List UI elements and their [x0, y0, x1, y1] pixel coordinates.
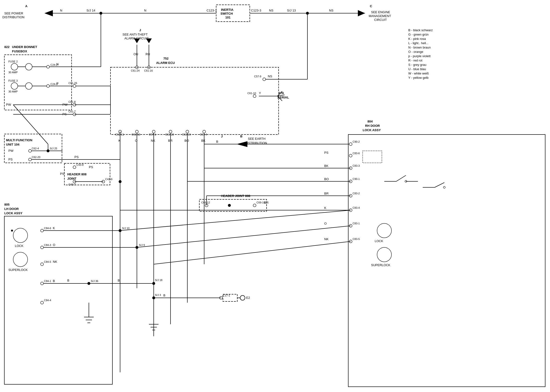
multifunction-text1: MULTI FUNCTION: [6, 138, 32, 142]
connector-c90-2: [349, 143, 352, 146]
node-c-label: C: [370, 4, 372, 8]
connector-c61-10: [253, 95, 256, 98]
node-b-text1: SEE EARTH: [248, 137, 265, 140]
c84-6-label: C84-6: [44, 227, 51, 230]
fuse3-amp: 30 AMP: [8, 90, 18, 93]
connector-c61-26-left: [73, 84, 76, 87]
node-a-text2: DISTRIBUTION: [2, 15, 25, 19]
wire-b-label3: B: [163, 294, 166, 297]
node-a-text1: SEE POWER: [4, 12, 23, 15]
legend-b: B - black schwarz: [408, 28, 433, 32]
rh-superlock-text: SUPERLOCK: [371, 263, 390, 267]
connector-c61-4: [203, 130, 206, 133]
rh-lock-symbol: [377, 223, 391, 238]
c84-1-label: C84-1: [44, 280, 51, 282]
alarm-ecu-number: 752: [163, 57, 169, 60]
c84-4-label: C84-4: [44, 299, 51, 302]
connector-c123-3: C123-3: [251, 9, 261, 12]
fusebox-text2: FUSEBOX: [12, 49, 27, 53]
wire-o-rh: O: [324, 222, 327, 225]
c83-3-label: C83-3: [353, 164, 360, 167]
wire-bk-label: BK: [201, 139, 206, 142]
connector-c123-1: C123-1: [207, 9, 217, 12]
wire-b-label2: B: [118, 279, 120, 282]
c61-16-label: C61-16: [144, 69, 153, 72]
switch-bo7: [443, 186, 445, 188]
aerial-text: AERIAL: [277, 96, 289, 99]
lh-superlock-symbol: [13, 252, 28, 267]
legend-n: N - brown braun: [408, 46, 431, 49]
wire-n-fuse2: N: [56, 63, 59, 66]
fuse3-left: [11, 83, 18, 89]
c69-12-label: C69-12: [201, 201, 210, 204]
connector-c84-3: [41, 246, 43, 249]
sj10-label: S/J 10: [122, 227, 129, 230]
rh-door-text1: RH DOOR: [365, 124, 380, 127]
c57-9-label: C57-9: [254, 75, 261, 78]
lh-door-text2: LOCK ASSY: [4, 211, 23, 215]
wire-label-ns2: NS: [329, 9, 333, 12]
wire-p-fuse3: P: [56, 82, 59, 85]
node-a-label: A: [25, 4, 28, 8]
connector-c69-10: [253, 204, 256, 207]
wire-nk-label: NK: [151, 139, 155, 142]
c62-20-label: C62-20: [32, 156, 40, 159]
node-c-text1: SEE ENGINE: [371, 10, 390, 14]
fusebox-number: 822: [4, 45, 10, 49]
connector-c62-20: [28, 158, 31, 161]
legend-k: K - pink rosa: [408, 37, 426, 41]
fuse3-right: [25, 83, 32, 89]
rh-lock-text: LOCK: [375, 239, 383, 243]
c57-1-label: C57-1: [149, 133, 156, 136]
connector-c84-6: [41, 229, 43, 232]
wire-b-label1: B: [67, 279, 70, 282]
inertia-text3: 101: [225, 16, 230, 19]
wire-br-rh: BR: [324, 192, 328, 195]
c90-2-label: C90-2: [353, 140, 360, 143]
c84-5-label: C84-5: [44, 260, 51, 263]
lh-lock-dot: [11, 230, 13, 231]
connector-c62-4: [28, 149, 31, 152]
node-c-text2: MANAGEMENT: [369, 14, 391, 18]
fuse2-label: FUSE 2: [8, 60, 18, 63]
c83-4-label: C83-4: [353, 206, 360, 209]
lh-lock-text: LOCK: [15, 244, 24, 248]
legend-u: U - blue blau: [408, 67, 426, 71]
connector-c43-8: [73, 166, 76, 169]
wire-pw-mfu: PW: [8, 149, 14, 153]
lh-lock-symbol: [13, 228, 28, 243]
c83-1-label: C83-1: [353, 222, 360, 225]
c61-19-label: C61-19: [182, 133, 191, 136]
connector-c84-1: [41, 282, 43, 285]
fuse3-label: FUSE 3: [8, 79, 18, 82]
wire-y-label: Y: [259, 91, 261, 95]
junction-br-header: [228, 204, 231, 207]
wire-b-label-top: B: [216, 140, 218, 143]
wire-nk-rh: NK: [324, 237, 328, 241]
c69-10-label: C69-10: [257, 201, 265, 204]
connector-c84-4: [41, 301, 43, 304]
ps-label-hj1: PS: [60, 172, 64, 175]
node-j-text1: SEE ANTI-THEFT: [123, 33, 148, 36]
connector-c61-22: [169, 130, 172, 133]
node-c-text3: CIRCUIT: [374, 18, 387, 22]
legend-l: L - light.. hell...: [408, 41, 428, 45]
c61-22-label: C61-22: [165, 133, 174, 136]
rh-door-text2: LOCK ASSY: [363, 128, 381, 132]
wire-nk-lh: NK: [53, 260, 57, 264]
legend-o: O - orange: [408, 50, 423, 54]
e2-label: E2: [246, 296, 250, 300]
c61-8-label: C61-8: [69, 100, 76, 103]
wire-bo-rh: BO: [324, 177, 329, 181]
rh-door-number: 804: [368, 120, 373, 123]
fusebox-text1: UNDER BONNET: [12, 45, 37, 49]
inertia-text1: INERTIA: [221, 8, 234, 12]
connector-c61-13: [135, 130, 138, 133]
lh-door-text1: LH DOOR: [4, 207, 19, 211]
c62-4-label: C62-4: [32, 147, 39, 150]
wire-pw-label2: PW: [63, 103, 68, 106]
c61-11-label: C61-11: [115, 133, 124, 136]
wire-o-lh: O: [53, 243, 55, 247]
wire-label-n2: N: [144, 9, 146, 12]
legend-y: Y - yellow gelb: [408, 76, 428, 79]
